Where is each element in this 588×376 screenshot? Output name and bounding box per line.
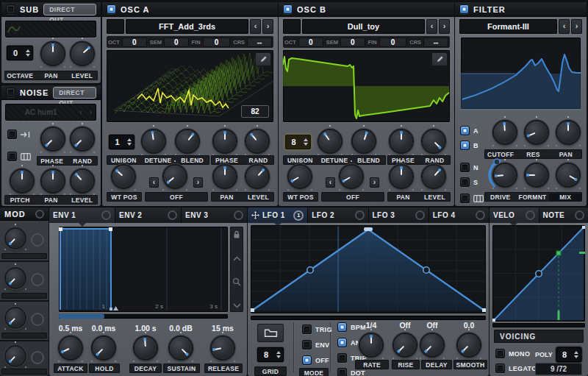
sub-octave-stepper[interactable]: 0 [7, 46, 33, 60]
note-tab-knob[interactable] [575, 210, 584, 220]
lfo-display[interactable] [251, 225, 486, 313]
osc-b-wtpos-knob[interactable] [289, 166, 311, 188]
noise-next-icon[interactable]: › [85, 108, 96, 116]
env-decay-knob[interactable] [135, 337, 157, 359]
tab-lfo-4[interactable]: LFO 4 [429, 207, 489, 223]
mod-knob-2[interactable] [6, 269, 25, 288]
lfo-delay-knob[interactable] [421, 334, 443, 356]
env-display[interactable]: 1 2 s 3 s [59, 227, 228, 312]
tab-env-2[interactable]: ENV 2 [115, 207, 181, 223]
osc-a-enable-checkbox[interactable] [107, 4, 116, 14]
osc-b-warp-prev[interactable]: ‹ [326, 177, 335, 188]
filter-enable-checkbox[interactable] [459, 4, 469, 14]
filter-sub-checkbox[interactable] [460, 177, 470, 187]
lfo-trip-checkbox[interactable] [337, 353, 347, 363]
mono-checkbox[interactable] [495, 349, 505, 358]
osc-a-fin-value[interactable]: 0 [203, 38, 231, 47]
mod-knob-4[interactable] [6, 347, 25, 366]
osc-b-fin-value[interactable]: 0 [379, 38, 407, 47]
filter-pan-knob[interactable] [557, 121, 579, 143]
noise-direct-out-button[interactable]: DIRECT OUT [53, 87, 96, 99]
filter-prev-type[interactable]: ‹ [559, 19, 570, 34]
filter-type-name[interactable]: Formant-III [459, 19, 557, 34]
sub-enable-checkbox[interactable] [6, 4, 15, 14]
osc-a-crs-value[interactable]: -- [247, 38, 272, 47]
filter-formnt-knob[interactable] [526, 164, 548, 186]
filter-keytrack-checkbox[interactable] [460, 194, 470, 203]
lfo-rise-knob[interactable] [394, 334, 416, 356]
env-attack-knob[interactable] [60, 337, 82, 359]
osc-b-warp-knob[interactable] [340, 166, 362, 188]
mod-ring-3[interactable] [31, 313, 44, 326]
osc-b-prev-wavetable[interactable]: ‹ [426, 19, 437, 34]
osc-b-waveform-display[interactable] [283, 50, 450, 122]
filter-mix-knob[interactable] [557, 164, 579, 186]
osc-a-wtpos-knob[interactable] [112, 166, 135, 188]
osc-a-wavetable-display[interactable]: 82 [107, 50, 273, 122]
osc-b-blend-knob[interactable] [353, 130, 375, 152]
noise-oneshot-checkbox[interactable] [7, 130, 17, 139]
noise-level-knob[interactable] [71, 170, 93, 192]
mod-header-knob[interactable] [35, 210, 44, 219]
sub-wave-display[interactable] [5, 21, 96, 38]
chevron-down-icon[interactable] [233, 303, 241, 308]
osc-b-enable-checkbox[interactable] [283, 4, 293, 14]
osc-a-warp-prev[interactable]: ‹ [149, 177, 159, 188]
osc-b-level-knob[interactable] [423, 166, 445, 188]
tab-lfo-1[interactable]: LFO 1 1 [248, 207, 307, 223]
osc-b-warp-mode[interactable]: OFF [321, 194, 384, 201]
osc-a-edit-button[interactable] [255, 52, 271, 66]
osc-b-menu-button[interactable] [283, 19, 301, 34]
noise-keytrack-checkbox[interactable] [7, 152, 17, 161]
tab-lfo-2[interactable]: LFO 2 [308, 207, 368, 223]
filter-curve-display[interactable] [461, 38, 581, 109]
osc-a-rand-knob[interactable] [246, 130, 268, 152]
filter-noise-checkbox[interactable] [460, 163, 470, 172]
osc-a-wt-pos-value[interactable]: 82 [241, 105, 269, 118]
tab-lfo-3[interactable]: LFO 3 [369, 207, 429, 223]
filter-cutoff-knob[interactable] [494, 121, 516, 143]
noise-pitch-knob[interactable] [11, 170, 33, 192]
tab-note[interactable]: NOTE [539, 207, 588, 223]
osc-a-menu-button[interactable] [107, 19, 124, 34]
chevron-up-icon[interactable] [233, 256, 241, 261]
osc-a-prev-wavetable[interactable]: ‹ [250, 19, 261, 34]
osc-b-detune-knob[interactable] [319, 130, 341, 152]
lfo-4-tab-knob[interactable] [476, 210, 485, 220]
tab-velo[interactable]: VELO [490, 207, 539, 223]
filter-osc-b-checkbox[interactable] [460, 141, 470, 150]
osc-b-oct-value[interactable]: 0 [298, 38, 323, 47]
osc-b-warp-next[interactable]: › [370, 177, 379, 188]
lfo-scrollbar[interactable] [251, 316, 486, 320]
osc-a-phase-knob[interactable] [214, 130, 236, 152]
osc-a-warp-next[interactable]: › [193, 177, 203, 188]
velo-tab-knob[interactable] [526, 210, 535, 220]
osc-b-wavetable-name[interactable]: Dull_toy [302, 19, 425, 34]
osc-a-warp-mode[interactable]: OFF [145, 194, 208, 201]
mod-ring-1[interactable] [31, 233, 44, 246]
mod-knob-1[interactable] [6, 229, 25, 248]
filter-drive-knob[interactable] [494, 164, 516, 186]
osc-a-next-wavetable[interactable]: › [262, 19, 273, 34]
tab-env-3[interactable]: ENV 3 [182, 207, 247, 223]
osc-a-wavetable-name[interactable]: FFT_Add_3rds [126, 19, 248, 34]
lfo-3-tab-knob[interactable] [415, 210, 425, 220]
mapping-scrollbar[interactable] [492, 323, 585, 327]
env-2-tab-knob[interactable] [168, 210, 177, 220]
magnifier-icon[interactable] [232, 277, 241, 286]
env-scrollbar[interactable] [59, 314, 228, 319]
lfo-smooth-knob[interactable] [458, 334, 480, 356]
osc-b-phase-knob[interactable] [390, 130, 412, 152]
lfo-rate-knob[interactable] [360, 334, 382, 356]
mod-ring-2[interactable] [31, 273, 44, 286]
osc-a-blend-knob[interactable] [176, 130, 198, 152]
osc-a-detune-knob[interactable] [143, 130, 165, 152]
mod-ring-4[interactable] [31, 351, 44, 364]
lock-icon[interactable] [232, 230, 241, 239]
lfo-bpm-checkbox[interactable] [337, 322, 347, 332]
noise-phase-knob[interactable] [42, 128, 64, 150]
noise-prev-icon[interactable]: ‹ [76, 108, 85, 116]
lfo-mode-off-checkbox[interactable] [302, 355, 312, 365]
mod-knob-3[interactable] [6, 308, 25, 327]
env-release-knob[interactable] [212, 337, 234, 359]
